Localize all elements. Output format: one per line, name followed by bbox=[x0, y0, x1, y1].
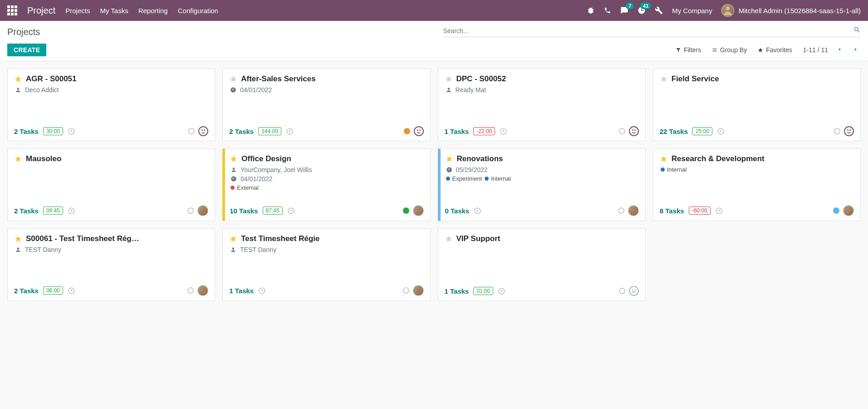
tasks-link[interactable]: 1 Tasks bbox=[229, 287, 254, 295]
tasks-link[interactable]: 10 Tasks bbox=[230, 207, 258, 215]
assignee-avatar[interactable] bbox=[843, 205, 854, 216]
project-card[interactable]: ★Mausoleo2 Tasks09:45 bbox=[7, 148, 215, 221]
nav-link-reporting[interactable]: Reporting bbox=[138, 7, 168, 15]
favorite-star[interactable]: ★ bbox=[660, 74, 668, 84]
project-card[interactable]: ★After-Sales Services04/01/20222 Tasks14… bbox=[222, 69, 430, 141]
status-dot[interactable] bbox=[187, 207, 194, 214]
messages-icon[interactable]: 7 bbox=[620, 6, 628, 15]
tasks-link[interactable]: 2 Tasks bbox=[14, 207, 39, 215]
pager-prev[interactable] bbox=[834, 44, 844, 56]
status-dot[interactable] bbox=[403, 287, 409, 294]
filters-button[interactable]: Filters bbox=[676, 46, 701, 54]
tag-label: Internal bbox=[491, 175, 510, 182]
pager-next[interactable] bbox=[851, 44, 861, 56]
tools-icon[interactable] bbox=[655, 6, 663, 15]
assignee-avatar[interactable] bbox=[197, 285, 208, 296]
status-dot[interactable] bbox=[618, 207, 624, 214]
planned-hours-icon[interactable] bbox=[68, 287, 75, 295]
company-selector[interactable]: My Company bbox=[672, 7, 712, 15]
project-card[interactable]: ★Test Timesheet RégieTEST Danny1 Tasks bbox=[222, 228, 430, 301]
favorite-star[interactable]: ★ bbox=[445, 234, 453, 243]
app-brand[interactable]: Project bbox=[27, 5, 55, 16]
project-card[interactable]: ★VIP Support1 Tasks01:00 bbox=[438, 228, 646, 301]
tasks-label: Tasks bbox=[450, 287, 469, 295]
status-dot[interactable] bbox=[619, 128, 625, 134]
tasks-link[interactable]: 8 Tasks bbox=[660, 207, 684, 215]
tasks-link[interactable]: 2 Tasks bbox=[229, 128, 254, 135]
assignee-avatar[interactable] bbox=[413, 205, 424, 216]
project-card[interactable]: ★Field Service22 Tasks25:00 bbox=[653, 69, 861, 141]
favorite-star[interactable]: ★ bbox=[445, 154, 453, 163]
planned-hours-icon[interactable] bbox=[258, 287, 266, 295]
apps-icon[interactable] bbox=[7, 5, 17, 15]
project-card[interactable]: ★DPC - S00052Ready Mat1 Tasks-22:00 bbox=[438, 69, 646, 141]
planned-hours-icon[interactable] bbox=[286, 128, 294, 135]
tasks-link[interactable]: 2 Tasks bbox=[14, 287, 39, 295]
planned-hours-icon[interactable] bbox=[715, 207, 723, 215]
rating-smiley[interactable] bbox=[198, 126, 208, 136]
planned-hours-icon[interactable] bbox=[474, 207, 481, 215]
favorite-star[interactable]: ★ bbox=[14, 234, 22, 243]
footer-right bbox=[834, 126, 854, 136]
project-card[interactable]: ★Renovations05/29/2022ExperimentInternal… bbox=[438, 148, 646, 221]
date-row: 04/01/2022 bbox=[230, 86, 423, 94]
groupby-button[interactable]: Group By bbox=[712, 46, 747, 54]
planned-hours-icon[interactable] bbox=[68, 128, 75, 135]
rating-smiley[interactable] bbox=[414, 126, 424, 136]
favorite-star[interactable]: ★ bbox=[14, 154, 22, 163]
search-input[interactable] bbox=[443, 27, 854, 34]
rating-smiley[interactable] bbox=[629, 286, 639, 296]
card-footer: 0 Tasks bbox=[445, 201, 639, 216]
footer-right bbox=[404, 126, 424, 136]
status-dot[interactable] bbox=[403, 207, 409, 214]
nav-link-projects[interactable]: Projects bbox=[65, 7, 90, 15]
planned-hours-icon[interactable] bbox=[287, 207, 295, 215]
tasks-link[interactable]: 22 Tasks bbox=[660, 128, 688, 135]
status-dot[interactable] bbox=[187, 287, 194, 294]
search-button[interactable] bbox=[853, 26, 861, 35]
project-card[interactable]: ★AGR - S00051Deco Addict2 Tasks30:00 bbox=[7, 69, 215, 141]
planned-hours-icon[interactable] bbox=[68, 207, 75, 215]
activity-icon[interactable]: 41 bbox=[638, 6, 646, 15]
nav-link-configuration[interactable]: Configuration bbox=[178, 7, 218, 15]
favorite-star[interactable]: ★ bbox=[229, 234, 237, 243]
assignee-avatar[interactable] bbox=[628, 205, 639, 216]
favorites-button[interactable]: Favorites bbox=[758, 46, 792, 54]
tasks-link[interactable]: 2 Tasks bbox=[14, 128, 39, 135]
rating-smiley[interactable] bbox=[629, 126, 639, 136]
tasks-label: Tasks bbox=[20, 128, 39, 135]
favorite-star[interactable]: ★ bbox=[230, 154, 238, 163]
planned-hours-icon[interactable] bbox=[717, 128, 725, 135]
bug-icon[interactable] bbox=[587, 6, 595, 15]
project-card[interactable]: ★Office DesignYourCompany, Joel Willis04… bbox=[222, 148, 430, 221]
pager-text: 1-11 / 11 bbox=[803, 46, 828, 54]
status-dot[interactable] bbox=[404, 128, 410, 134]
footer-right bbox=[187, 205, 208, 216]
favorite-star[interactable]: ★ bbox=[660, 154, 668, 163]
tasks-link[interactable]: 1 Tasks bbox=[445, 128, 469, 135]
tasks-link[interactable]: 0 Tasks bbox=[445, 207, 470, 215]
hours-badge: -60:00 bbox=[689, 207, 711, 215]
date-row: 04/01/2022 bbox=[230, 175, 423, 182]
favorite-star[interactable]: ★ bbox=[445, 74, 453, 84]
nav-link-my-tasks[interactable]: My Tasks bbox=[100, 7, 128, 15]
project-card[interactable]: ★S00061 - Test Timesheet Rég…TEST Danny2… bbox=[7, 228, 215, 301]
rating-smiley[interactable] bbox=[844, 126, 854, 136]
tasks-link[interactable]: 1 Tasks bbox=[445, 287, 469, 295]
card-footer: 22 Tasks25:00 bbox=[660, 122, 854, 136]
assignee-avatar[interactable] bbox=[413, 285, 424, 296]
status-dot[interactable] bbox=[188, 128, 195, 134]
planned-hours-icon[interactable] bbox=[500, 128, 507, 135]
assignee-avatar[interactable] bbox=[197, 205, 208, 216]
status-dot[interactable] bbox=[619, 288, 625, 294]
create-button[interactable]: CREATE bbox=[7, 44, 46, 56]
favorite-star[interactable]: ★ bbox=[14, 74, 22, 84]
planned-hours-icon[interactable] bbox=[498, 287, 505, 295]
user-menu[interactable]: Mitchell Admin (15026884-saas-15-1-all) bbox=[721, 4, 861, 17]
phone-icon[interactable] bbox=[604, 7, 611, 14]
project-card[interactable]: ★Research & DevelopmentInternal8 Tasks-6… bbox=[653, 148, 861, 221]
favorite-star[interactable]: ★ bbox=[229, 74, 237, 84]
status-dot[interactable] bbox=[834, 128, 840, 134]
tasks-count: 2 bbox=[14, 207, 18, 215]
status-dot[interactable] bbox=[833, 207, 839, 214]
